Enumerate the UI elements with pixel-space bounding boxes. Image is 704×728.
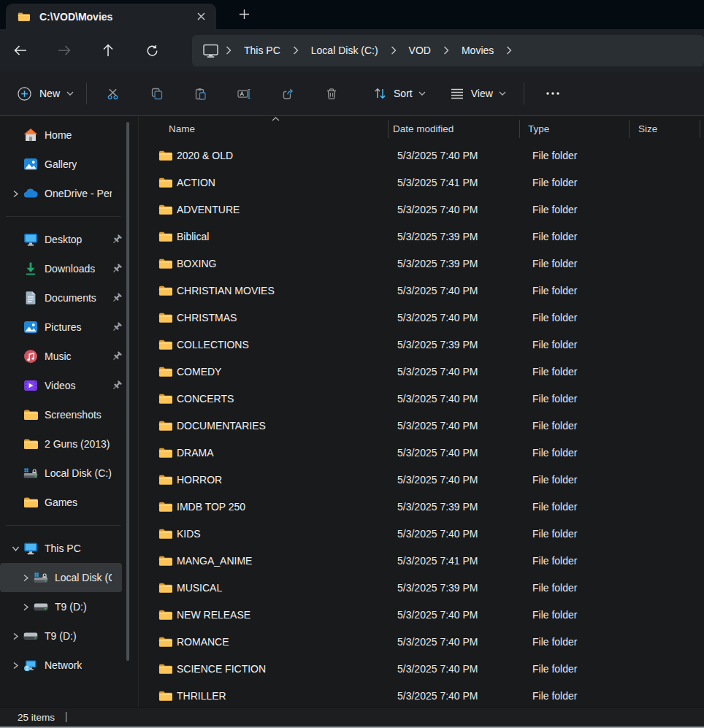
file-row[interactable]: COMEDY 5/3/2025 7:40 PM File folder bbox=[139, 358, 704, 385]
file-row[interactable]: ROMANCE 5/3/2025 7:40 PM File folder bbox=[139, 628, 704, 655]
column-header-type[interactable]: Type bbox=[519, 116, 629, 142]
file-date-modified: 5/3/2025 7:39 PM bbox=[392, 258, 524, 269]
sidebar-item[interactable]: Desktop bbox=[0, 225, 122, 254]
sidebar-item[interactable]: This PC bbox=[0, 534, 122, 563]
sidebar-item[interactable]: Videos bbox=[0, 371, 122, 400]
toolbar-divider bbox=[86, 83, 87, 104]
sidebar-item[interactable]: Gallery bbox=[0, 150, 122, 179]
expand-chevron-icon[interactable] bbox=[7, 261, 23, 276]
file-row[interactable]: IMDB TOP 250 5/3/2025 7:39 PM File folde… bbox=[139, 493, 704, 520]
expand-chevron-icon[interactable] bbox=[7, 349, 23, 364]
sidebar-item-label: Local Disk (C:) bbox=[55, 572, 112, 583]
sidebar-item[interactable]: Home bbox=[0, 120, 122, 150]
column-header-size[interactable]: Size bbox=[629, 116, 700, 142]
sidebar-item[interactable]: T9 (D:) bbox=[0, 592, 122, 621]
file-row[interactable]: CHRISTIAN MOVIES 5/3/2025 7:40 PM File f… bbox=[139, 277, 704, 304]
forward-button[interactable] bbox=[50, 37, 79, 64]
file-row[interactable]: CONCERTS 5/3/2025 7:40 PM File folder bbox=[139, 385, 704, 412]
sidebar-item[interactable]: Network bbox=[0, 651, 122, 680]
breadcrumb-item[interactable]: Movies bbox=[456, 41, 500, 60]
close-tab-button[interactable] bbox=[191, 7, 210, 26]
sidebar-scrollbar[interactable] bbox=[126, 122, 129, 661]
copy-button[interactable] bbox=[139, 79, 173, 108]
breadcrumb-item[interactable]: VOD bbox=[403, 41, 437, 60]
sidebar-item[interactable]: Music bbox=[0, 342, 122, 371]
column-header-date-modified[interactable]: Date modified bbox=[388, 116, 519, 142]
back-button[interactable] bbox=[6, 37, 35, 64]
sidebar-item[interactable]: Local Disk (C:) bbox=[0, 563, 122, 592]
expand-chevron-icon[interactable] bbox=[7, 128, 23, 142]
file-type: File folder bbox=[524, 177, 633, 188]
file-row[interactable]: THRILLER 5/3/2025 7:40 PM File folder bbox=[139, 682, 704, 707]
expand-chevron-icon[interactable] bbox=[7, 378, 23, 393]
file-row[interactable]: ADVENTURE 5/3/2025 7:40 PM File folder bbox=[139, 196, 704, 223]
expand-chevron-icon[interactable] bbox=[7, 291, 23, 305]
delete-button[interactable] bbox=[315, 79, 348, 108]
sidebar-item[interactable]: Games bbox=[0, 488, 122, 517]
sort-button[interactable]: Sort bbox=[367, 82, 433, 105]
file-row[interactable]: COLLECTIONS 5/3/2025 7:39 PM File folder bbox=[139, 331, 704, 358]
expand-chevron-icon[interactable] bbox=[7, 232, 23, 247]
breadcrumb-segment: Movies bbox=[456, 41, 519, 60]
expand-chevron-icon[interactable] bbox=[7, 186, 23, 201]
folder-icon bbox=[158, 663, 172, 675]
file-type: File folder bbox=[524, 663, 633, 675]
sidebar-item[interactable]: Documents bbox=[0, 283, 122, 313]
new-button[interactable]: New bbox=[9, 81, 83, 107]
sidebar-item[interactable]: 2 Guns (2013) bbox=[0, 429, 122, 459]
file-row[interactable]: SCIENCE FICTION 5/3/2025 7:40 PM File fo… bbox=[139, 655, 704, 682]
sidebar-item[interactable]: Downloads bbox=[0, 254, 122, 283]
file-row[interactable]: 2020 & OLD 5/3/2025 7:40 PM File folder bbox=[139, 142, 704, 169]
file-row[interactable]: DOCUMENTARIES 5/3/2025 7:40 PM File fold… bbox=[139, 412, 704, 439]
new-tab-button[interactable] bbox=[233, 3, 255, 25]
expand-chevron-icon[interactable] bbox=[7, 658, 23, 673]
expand-chevron-icon[interactable] bbox=[7, 541, 23, 556]
breadcrumb-item[interactable]: Local Disk (C:) bbox=[305, 41, 384, 60]
sidebar-item[interactable]: OneDrive - Perso bbox=[0, 179, 122, 208]
expand-chevron-icon[interactable] bbox=[7, 157, 23, 172]
expand-chevron-icon[interactable] bbox=[7, 320, 23, 334]
explorer-tab[interactable]: C:\VOD\Movies bbox=[6, 4, 216, 29]
sidebar-item[interactable]: Screenshots bbox=[0, 400, 122, 429]
sidebar-item[interactable]: Local Disk (C:) bbox=[0, 459, 122, 488]
column-header-name[interactable]: Name bbox=[139, 116, 388, 142]
cut-button[interactable] bbox=[96, 79, 129, 108]
file-date-modified: 5/3/2025 7:40 PM bbox=[392, 285, 524, 296]
sidebar-item-label: Music bbox=[45, 350, 72, 362]
paste-button[interactable] bbox=[183, 79, 217, 108]
file-type: File folder bbox=[524, 447, 633, 459]
share-button[interactable] bbox=[271, 79, 305, 108]
breadcrumb-item[interactable]: This PC bbox=[238, 41, 286, 60]
file-row[interactable]: KIDS 5/3/2025 7:40 PM File folder bbox=[139, 520, 704, 547]
file-row[interactable]: Biblical 5/3/2025 7:39 PM File folder bbox=[139, 223, 704, 250]
up-button[interactable] bbox=[93, 37, 123, 64]
file-name: CHRISTMAS bbox=[177, 312, 392, 323]
folder-icon bbox=[158, 474, 172, 486]
rename-button[interactable] bbox=[227, 79, 261, 108]
downloads-icon bbox=[23, 261, 38, 276]
file-row[interactable]: HORROR 5/3/2025 7:40 PM File folder bbox=[139, 466, 704, 493]
view-button[interactable]: View bbox=[443, 82, 513, 105]
expand-chevron-icon[interactable] bbox=[7, 407, 23, 422]
expand-chevron-icon[interactable] bbox=[7, 629, 23, 643]
see-more-button[interactable] bbox=[538, 80, 567, 107]
file-row[interactable]: ACTION 5/3/2025 7:41 PM File folder bbox=[139, 169, 704, 196]
expand-chevron-icon[interactable] bbox=[7, 466, 23, 480]
expand-chevron-icon[interactable] bbox=[18, 570, 34, 585]
file-row[interactable]: DRAMA 5/3/2025 7:40 PM File folder bbox=[139, 439, 704, 466]
expand-chevron-icon[interactable] bbox=[7, 437, 23, 451]
pin-icon bbox=[112, 264, 122, 274]
file-row[interactable]: MUSICAL 5/3/2025 7:39 PM File folder bbox=[139, 574, 704, 601]
file-row[interactable]: CHRISTMAS 5/3/2025 7:40 PM File folder bbox=[139, 304, 704, 331]
refresh-button[interactable] bbox=[137, 37, 167, 64]
expand-chevron-icon[interactable] bbox=[18, 599, 34, 614]
file-row[interactable]: BOXING 5/3/2025 7:39 PM File folder bbox=[139, 250, 704, 277]
sidebar-item[interactable]: T9 (D:) bbox=[0, 621, 122, 651]
home-icon bbox=[23, 128, 38, 142]
expand-chevron-icon[interactable] bbox=[7, 495, 23, 510]
file-row[interactable]: MANGA_ANIME 5/3/2025 7:41 PM File folder bbox=[139, 547, 704, 574]
chevron-right-icon bbox=[443, 46, 449, 55]
file-type: File folder bbox=[524, 258, 633, 269]
file-row[interactable]: NEW RELEASE 5/3/2025 7:40 PM File folder bbox=[139, 601, 704, 628]
sidebar-item[interactable]: Pictures bbox=[0, 313, 122, 342]
